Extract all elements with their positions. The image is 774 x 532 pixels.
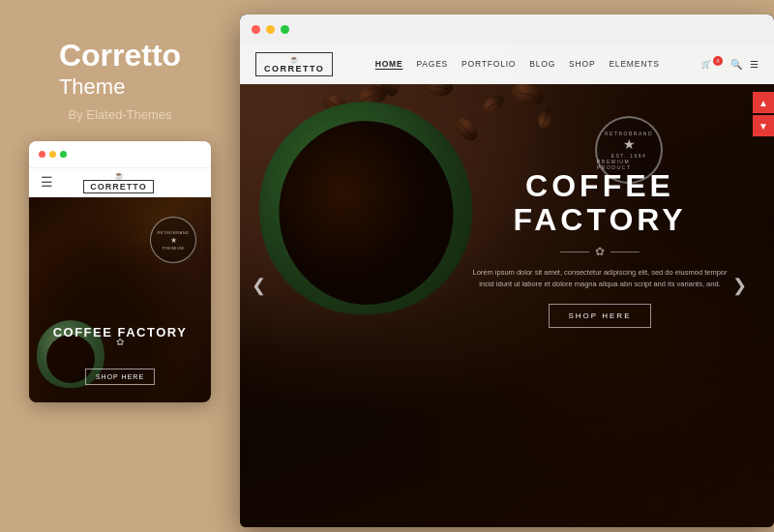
scroll-up-button[interactable]: ▲ xyxy=(753,92,774,113)
divider-line-left xyxy=(560,251,589,252)
desktop-badge-icon: ★ xyxy=(623,136,636,153)
desktop-hero-content: COFFEE FACTORY ✿ Lorem ipsum dolor sit a… xyxy=(464,169,735,328)
desktop-menu: HOME PAGES PORTFOLIO BLOG SHOP ELEMENTS xyxy=(375,59,660,69)
theme-title-block: Corretto Theme xyxy=(59,39,181,100)
mobile-window-dots xyxy=(39,151,67,158)
mobile-badge-bottom: PREMIUM xyxy=(163,246,184,251)
desktop-menu-icons: 🛒 0 🔍 ☰ xyxy=(701,59,759,70)
desktop-preview: ☕ CORRETTO HOME PAGES PORTFOLIO BLOG SHO… xyxy=(240,15,774,527)
desktop-bowl-inner xyxy=(271,113,461,311)
theme-title: Corretto xyxy=(59,39,181,73)
desktop-sidebar-scroll: ▲ ▼ xyxy=(753,92,774,136)
desktop-hero-divider: ✿ xyxy=(464,245,735,259)
desktop-logo-icon: ☕ xyxy=(289,55,299,64)
coffee-bean-6 xyxy=(480,91,507,116)
desktop-hero-title: COFFEE FACTORY xyxy=(464,169,735,237)
scroll-down-button[interactable]: ▼ xyxy=(753,115,774,136)
desktop-next-arrow[interactable]: ❯ xyxy=(732,275,747,296)
coffee-bean-9 xyxy=(509,80,546,108)
nav-item-home[interactable]: HOME xyxy=(375,59,403,69)
mobile-dot-yellow xyxy=(49,151,56,158)
desktop-hero-bg: RETROBRAND ★ EST. 1984 PREMIUM PRODUCT C… xyxy=(240,44,774,527)
coffee-bean-10 xyxy=(536,105,556,130)
nav-item-portfolio[interactable]: PORTFOLIO xyxy=(461,59,516,69)
desktop-logo-text: CORRETTO xyxy=(264,64,324,74)
desktop-top-bar xyxy=(240,15,774,44)
left-panel: Corretto Theme By Elated-Themes ☰ ☕ CORR… xyxy=(0,0,240,532)
desktop-search-icon[interactable]: 🔍 xyxy=(730,59,742,70)
theme-author: By Elated-Themes xyxy=(69,107,172,122)
desktop-hero-description: Lorem ipsum dolor sit amet, consectetur … xyxy=(464,267,735,290)
coffee-bean-5 xyxy=(451,114,482,145)
mobile-logo-text: CORRETTO xyxy=(83,180,153,193)
mobile-shop-button[interactable]: SHOP HERE xyxy=(85,369,155,385)
mobile-logo: ☕ CORRETTO xyxy=(83,171,153,193)
desktop-logo[interactable]: ☕ CORRETTO xyxy=(255,52,333,76)
desktop-dot-green xyxy=(281,25,289,34)
mobile-dot-red xyxy=(39,151,45,158)
desktop-dot-yellow xyxy=(266,25,275,34)
desktop-hero: RETROBRAND ★ EST. 1984 PREMIUM PRODUCT C… xyxy=(240,44,774,527)
nav-item-pages[interactable]: PAGES xyxy=(416,59,448,69)
nav-item-blog[interactable]: BLOG xyxy=(529,59,555,69)
desktop-shop-button[interactable]: SHOP HERE xyxy=(549,304,652,328)
nav-item-elements[interactable]: ELEMENTS xyxy=(609,59,659,69)
mobile-hero: RETROBRAND ★ PREMIUM COFFEE FACTORY ✿ SH… xyxy=(29,197,211,402)
divider-line-right xyxy=(610,251,640,252)
desktop-dot-red xyxy=(252,25,260,34)
desktop-bowl xyxy=(251,93,481,323)
nav-item-shop[interactable]: SHOP xyxy=(569,59,595,69)
theme-subtitle: Theme xyxy=(59,74,181,100)
desktop-prev-arrow[interactable]: ❮ xyxy=(252,275,266,296)
desktop-nav: ☕ CORRETTO HOME PAGES PORTFOLIO BLOG SHO… xyxy=(240,44,774,84)
mobile-badge-top: RETROBRAND xyxy=(157,230,189,235)
divider-icon: ✿ xyxy=(595,245,605,259)
mobile-preview: ☰ ☕ CORRETTO RETROBRAND ★ PREMIUM COFFEE… xyxy=(29,141,211,402)
mobile-dot-green xyxy=(60,151,67,158)
cart-symbol: 🛒 xyxy=(701,60,711,69)
mobile-divider-icon: ✿ xyxy=(116,337,124,347)
mobile-badge: RETROBRAND ★ PREMIUM xyxy=(150,217,196,263)
mobile-badge-icon: ★ xyxy=(170,236,177,245)
desktop-hamburger-icon[interactable]: ☰ xyxy=(750,59,759,70)
mobile-logo-icon: ☕ xyxy=(114,171,124,180)
cart-badge: 0 xyxy=(713,56,723,66)
mobile-top-bar xyxy=(29,141,211,168)
mobile-hamburger-icon[interactable]: ☰ xyxy=(41,174,53,191)
desktop-cart-icon[interactable]: 🛒 0 xyxy=(701,60,723,69)
mobile-nav: ☰ ☕ CORRETTO xyxy=(29,168,211,197)
